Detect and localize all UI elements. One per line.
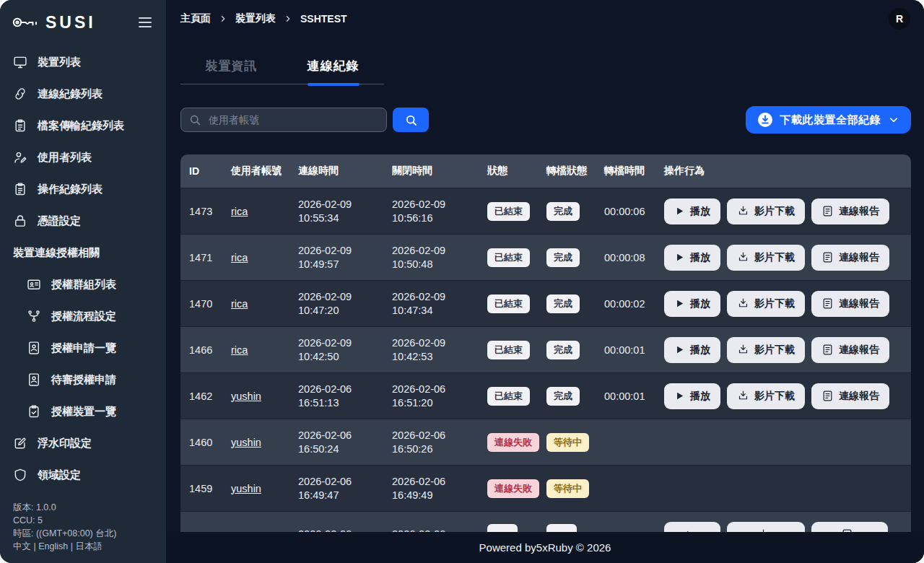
play-button[interactable]: 播放 [664,245,720,271]
user-link[interactable]: rica [231,252,248,263]
table-row: 2026-02-062026-02-06 [180,511,911,532]
cell-status: 已結束 [487,387,546,406]
sidebar-item[interactable]: 授權裝置一覽 [0,396,166,427]
tab[interactable]: 裝置資訊 [180,53,282,84]
convert-status-badge: 完成 [546,294,580,313]
cell-close-time: 2026-02-0910:56:16 [392,198,487,225]
cell-user: yushin [231,483,298,494]
sidebar-item-label: 浮水印設定 [38,437,92,450]
play-button[interactable]: 播放 [664,383,720,409]
search-button[interactable] [393,108,429,132]
connection-report-button[interactable] [811,522,888,533]
sidebar-item[interactable]: 檔案傳輸紀錄列表 [0,110,166,141]
sidebar-nav: 裝置列表連線紀錄列表檔案傳輸紀錄列表使用者列表操作紀錄列表憑證設定裝置連線授權相… [0,45,166,501]
cell-status: 已結束 [487,341,546,359]
video-download-button[interactable]: 影片下載 [727,198,805,224]
play-icon [674,252,685,263]
connection-report-button[interactable]: 連線報告 [811,198,889,224]
cell-close-time: 2026-02-0616:50:26 [392,429,487,456]
tab[interactable]: 連線紀錄 [282,53,384,84]
sidebar-item[interactable]: 浮水印設定 [0,427,166,459]
status-badge: 已結束 [487,294,530,313]
download-icon [737,251,749,263]
page-content: 裝置資訊連線紀錄 下載此 [166,38,924,532]
sidebar-item[interactable]: 待審授權申請 [0,364,166,396]
breadcrumb-item[interactable]: 裝置列表 [235,12,276,25]
sidebar-item[interactable]: 授權流程設定 [0,300,166,332]
sidebar-item-label: 授權群組列表 [51,278,116,292]
sidebar-item[interactable]: 連線紀錄列表 [0,78,166,110]
status-badge: 連線失敗 [487,433,539,452]
sidebar-item[interactable]: 使用者列表 [0,141,166,173]
breadcrumb-item[interactable]: 主頁面 [180,12,211,25]
table-row: 1473rica2026-02-0910:55:342026-02-0910:5… [180,188,911,234]
connection-report-button[interactable]: 連線報告 [811,337,889,363]
cell-connect-time: 2026-02-0616:50:24 [298,429,392,456]
connection-report-button[interactable]: 連線報告 [811,291,889,317]
download-icon [737,344,749,356]
video-download-button[interactable]: 影片下載 [727,291,805,317]
play-button[interactable]: 播放 [664,337,720,363]
user-link[interactable]: yushin [231,437,261,448]
play-icon [674,206,685,217]
person-card-icon [27,341,41,355]
sidebar-item[interactable]: 憑證設定 [0,205,166,237]
connection-report-button[interactable]: 連線報告 [811,383,889,409]
chevron-down-icon [888,114,899,126]
download-all-records-button[interactable]: 下載此裝置全部紀錄 [746,106,912,134]
video-download-label: 影片下載 [754,344,795,357]
connection-report-label: 連線報告 [839,251,879,264]
play-button[interactable] [664,522,720,533]
chevron-right-icon [284,14,292,23]
sidebar-item-label: 領域設定 [38,468,81,482]
cell-convert-time: 00:00:01 [604,390,664,402]
sidebar-item-label: 授權裝置一覽 [51,405,116,419]
user-link[interactable]: rica [231,206,248,217]
convert-status-badge [546,524,577,532]
ccu-text: CCU: 5 [13,514,153,527]
cell-connect-time: 2026-02-0910:49:57 [298,244,392,271]
video-download-button[interactable]: 影片下載 [727,337,805,363]
page-footer: Powered by5xRuby © 2026 [166,532,924,563]
report-icon [821,390,834,402]
search-box [180,108,387,132]
play-button[interactable]: 播放 [664,198,720,224]
download-icon [737,390,749,402]
user-avatar[interactable]: R [889,8,910,30]
cell-user: rica [231,298,298,310]
sidebar-toggle-button[interactable] [136,14,154,30]
play-button[interactable]: 播放 [664,291,720,317]
cell-actions: 播放影片下載連線報告 [664,383,911,409]
connection-report-button[interactable]: 連線報告 [811,245,889,271]
user-link[interactable]: yushin [231,483,261,494]
sidebar-item-label: 連線紀錄列表 [38,87,103,101]
cell-close-time: 2026-02-0616:51:20 [392,383,487,410]
column-header: 操作行為 [664,165,911,178]
column-header: 使用者帳號 [231,165,298,178]
sidebar-item[interactable]: 裝置列表 [0,46,166,78]
search-input[interactable] [207,113,379,126]
cell-id: 1462 [189,390,231,402]
video-download-button[interactable] [727,522,805,533]
video-download-button[interactable]: 影片下載 [727,245,805,271]
sidebar-item[interactable]: 操作紀錄列表 [0,173,166,205]
download-circle-icon [757,112,773,128]
watermark-icon [13,436,27,450]
cell-status: 連線失敗 [487,433,546,452]
table-body: 1473rica2026-02-0910:55:342026-02-0910:5… [180,188,911,532]
sidebar-item[interactable]: 授權群組列表 [0,269,166,300]
video-download-button[interactable]: 影片下載 [727,383,805,409]
user-link[interactable]: yushin [231,390,261,402]
cell-id: 1470 [189,298,231,310]
sidebar-item-label: 待審授權申請 [51,373,116,387]
cell-user: yushin [231,390,298,402]
language-switcher[interactable]: 中文 | English | 日本語 [13,540,153,553]
sidebar-item-label: 操作紀錄列表 [38,183,103,196]
person-card-icon [27,372,41,387]
sidebar-item[interactable]: 授權申請一覽 [0,332,166,364]
user-link[interactable]: rica [231,344,248,356]
user-link[interactable]: rica [231,298,248,310]
sidebar-item[interactable]: 領域設定 [0,459,166,491]
connection-report-label: 連線報告 [839,390,879,403]
breadcrumb-item[interactable]: SSHTEST [300,13,347,25]
